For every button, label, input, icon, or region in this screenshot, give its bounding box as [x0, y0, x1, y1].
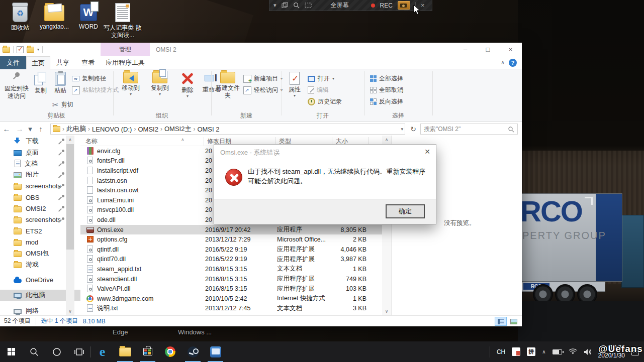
- recorder-close-icon[interactable]: ×: [421, 2, 425, 9]
- manage-context-header[interactable]: 管理: [101, 43, 150, 56]
- language-indicator[interactable]: CH: [497, 348, 505, 355]
- desktop-icon-word[interactable]: W WORD: [69, 4, 108, 31]
- crumb-drive[interactable]: LENOVO (D:): [92, 126, 132, 133]
- file-row-selected[interactable]: Omsi.exe2016/9/17 20:42应用程序8,305 KB: [80, 225, 382, 235]
- sidebar-scrollbar[interactable]: ∧ ∨: [66, 136, 74, 315]
- taskbar-file-explorer[interactable]: [114, 341, 136, 362]
- recorder-dropdown-icon[interactable]: ▾: [273, 2, 277, 9]
- up-button[interactable]: ↑: [34, 125, 47, 133]
- desktop-icon-essay-document[interactable]: 写人记事类 散文阅读...: [104, 3, 142, 39]
- thumbnail-view-button[interactable]: [508, 317, 520, 326]
- file-row[interactable]: steamclient.dll2016/8/15 3:15应用程序扩展749 K…: [80, 274, 382, 284]
- volume-icon[interactable]: [584, 348, 592, 355]
- recent-locations-dropdown-icon[interactable]: ▾: [26, 125, 34, 134]
- ok-button[interactable]: 确定: [386, 204, 425, 218]
- cut-button[interactable]: ✂ 剪切: [52, 100, 73, 109]
- properties-button[interactable]: 属性 ▾: [285, 72, 305, 98]
- taskbar-edge[interactable]: e: [91, 341, 114, 362]
- qat-customize-dropdown-icon[interactable]: ▾: [37, 47, 39, 52]
- forward-button[interactable]: →: [13, 125, 26, 133]
- new-item-button[interactable]: 新建项目 ▾: [243, 74, 283, 83]
- recorder-zoom-icon[interactable]: [293, 2, 300, 9]
- tab-app-tools[interactable]: 应用程序工具: [101, 56, 150, 69]
- file-row[interactable]: steam_appid.txt2016/8/15 3:15文本文档1 KB: [80, 264, 382, 274]
- recorder-window-icon[interactable]: [282, 2, 288, 9]
- file-row[interactable]: options.cfg2013/12/12 7:29Microsoft Offi…: [80, 234, 382, 245]
- qat-new-folder-icon[interactable]: [27, 47, 34, 53]
- desktop-icon-label-windows[interactable]: Windows ...: [178, 328, 212, 336]
- qat-properties-icon[interactable]: [17, 46, 24, 53]
- help-icon[interactable]: ?: [509, 59, 517, 67]
- copy-to-button[interactable]: 复制到 ▾: [146, 72, 174, 97]
- paste-shortcut-button[interactable]: 粘贴快捷方式: [72, 86, 119, 94]
- scroll-down-icon[interactable]: ∨: [382, 307, 391, 315]
- breadcrumb[interactable]: › 此电脑 › LENOVO (D:) › OMSI2 › OMSI2主 › O…: [50, 124, 405, 135]
- open-button[interactable]: 打开 ▾: [308, 74, 334, 83]
- details-view-button[interactable]: [495, 317, 507, 326]
- crumb-omsi2[interactable]: OMSI2: [138, 126, 158, 133]
- wifi-icon[interactable]: [569, 348, 577, 355]
- file-row[interactable]: qtintf70.dll2016/5/22 9:19应用程序扩展3,987 KB: [80, 255, 382, 265]
- search-input[interactable]: 搜索"OMSI 2": [420, 124, 518, 135]
- desktop-icon-label-edge[interactable]: Edge: [113, 328, 128, 336]
- tab-view[interactable]: 查看: [75, 56, 101, 69]
- crumb-omsi2-main[interactable]: OMSI2主: [164, 125, 191, 134]
- pinyin-ime-icon[interactable]: 拼: [527, 347, 535, 356]
- tab-home[interactable]: 主页: [26, 56, 50, 69]
- taskbar-chrome[interactable]: [159, 341, 181, 362]
- scroll-up-icon[interactable]: ∧: [66, 136, 74, 144]
- file-type: 应用程序扩展: [277, 285, 333, 293]
- select-none-button[interactable]: 全部取消: [370, 86, 403, 94]
- dialog-close-button[interactable]: ✕: [419, 145, 436, 159]
- search-icon[interactable]: [508, 126, 514, 133]
- title-bar[interactable]: ▾ 管理 OMSI 2 – □ ×: [0, 43, 522, 56]
- recorder-camera-button[interactable]: [398, 1, 410, 10]
- txt-file-icon: [86, 304, 95, 312]
- crumb-this-pc[interactable]: 此电脑: [66, 125, 86, 134]
- invert-selection-button[interactable]: 反向选择: [370, 97, 403, 106]
- cortana-button[interactable]: [45, 341, 68, 362]
- refresh-icon[interactable]: ↻: [408, 124, 418, 135]
- file-row[interactable]: www.3dmgame.com2010/10/5 2:42Internet 快捷…: [80, 294, 382, 304]
- crumb-current[interactable]: OMSI 2: [197, 126, 219, 133]
- hidden-icons-chevron[interactable]: ∧: [542, 349, 545, 354]
- delete-button[interactable]: 删除 ▾: [177, 72, 198, 99]
- edit-button[interactable]: 编辑: [308, 86, 329, 94]
- taskbar-recorder-app[interactable]: [204, 341, 227, 362]
- tab-share[interactable]: 共享: [50, 56, 75, 69]
- battery-icon[interactable]: [553, 349, 562, 354]
- copy-button[interactable]: 复制: [31, 72, 50, 94]
- copy-path-button[interactable]: w 复制路径: [72, 74, 106, 83]
- taskbar-steam[interactable]: [181, 341, 204, 362]
- paste-button[interactable]: 粘贴: [50, 72, 70, 94]
- history-button[interactable]: 历史记录: [308, 97, 342, 106]
- task-view-button[interactable]: [68, 341, 90, 362]
- scroll-down-icon[interactable]: ∨: [66, 307, 74, 315]
- back-button[interactable]: ←: [0, 125, 13, 133]
- desktop-icon-yangxiao-folder[interactable]: yangxiao...: [35, 5, 73, 31]
- maximize-button[interactable]: □: [477, 43, 499, 56]
- file-row[interactable]: ValveAPI.dll2016/8/15 3:15应用程序扩展103 KB: [80, 284, 382, 294]
- new-folder-button[interactable]: 新建文件夹: [214, 72, 241, 99]
- pin-to-quick-access-button[interactable]: 固定到快速访问: [2, 72, 31, 100]
- file-row[interactable]: qtintf.dll2016/5/22 9:19应用程序扩展4,046 KB: [80, 245, 382, 255]
- start-button[interactable]: [0, 341, 23, 362]
- scrollbar-thumb[interactable]: [66, 144, 74, 250]
- recorder-mode-label: 全屏幕: [331, 1, 349, 10]
- file-row[interactable]: 说明.txt2013/12/12 7:45文本文档3 KB: [80, 304, 382, 314]
- tab-file[interactable]: 文件: [0, 56, 26, 69]
- move-to-button[interactable]: 移动到 ▾: [117, 72, 145, 97]
- minimize-button[interactable]: –: [454, 43, 477, 56]
- taskbar-search-button[interactable]: [23, 341, 45, 362]
- desktop-icon-recycle-bin[interactable]: 回收站: [1, 4, 39, 32]
- taskbar-store[interactable]: [136, 341, 159, 362]
- address-dropdown-icon[interactable]: ▾: [401, 127, 403, 132]
- easy-access-button[interactable]: 轻松访问 ▾: [243, 86, 283, 94]
- collapse-ribbon-icon[interactable]: ∧: [501, 59, 505, 66]
- scroll-up-icon[interactable]: ∧: [382, 136, 391, 144]
- select-all-button[interactable]: 全部选择: [370, 74, 403, 83]
- recorder-region-icon[interactable]: [305, 3, 312, 8]
- column-header-name[interactable]: 名称: [85, 137, 98, 146]
- close-button[interactable]: ×: [499, 43, 522, 56]
- ime-icon[interactable]: [512, 347, 520, 356]
